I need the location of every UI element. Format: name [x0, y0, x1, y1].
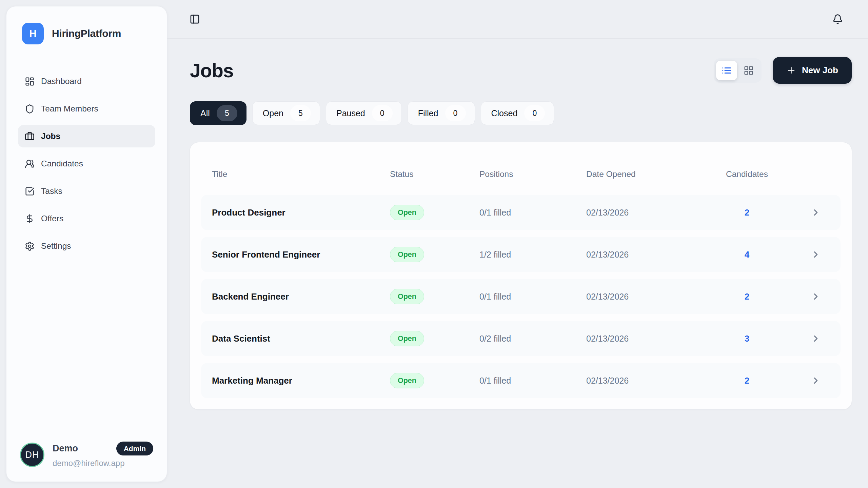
sidebar-item-label: Settings — [41, 241, 71, 251]
logo-letter: H — [29, 28, 37, 39]
column-positions: Positions — [479, 169, 586, 179]
filter-all[interactable]: All 5 — [190, 101, 246, 125]
notifications-button[interactable] — [832, 14, 843, 24]
column-status: Status — [390, 169, 479, 179]
briefcase-icon — [25, 131, 35, 141]
job-title: Data Scientist — [201, 333, 390, 344]
sidebar-item-candidates[interactable]: Candidates — [18, 152, 155, 175]
list-view-button[interactable] — [716, 61, 737, 80]
user-card: DH Demo Admin demo@hireflow.app — [18, 442, 155, 468]
avatar-initials: DH — [25, 450, 39, 460]
table-row-senior-frontend-engineer[interactable]: Senior Frontend Engineer Open 1/2 filled… — [201, 237, 841, 272]
filter-label: Filled — [418, 108, 438, 118]
layout-dashboard-icon — [25, 77, 35, 86]
candidates-count-link[interactable]: 2 — [722, 291, 772, 302]
role-badge: Admin — [116, 442, 153, 455]
job-title: Marketing Manager — [201, 375, 390, 386]
status-badge: Open — [390, 247, 424, 262]
sidebar-item-dashboard[interactable]: Dashboard — [18, 70, 155, 93]
chevron-right-icon[interactable] — [811, 333, 821, 344]
filter-label: Paused — [336, 108, 365, 118]
job-positions: 0/1 filled — [479, 292, 586, 302]
job-date-opened: 02/13/2026 — [586, 334, 722, 344]
status-badge: Open — [390, 289, 424, 304]
user-email: demo@hireflow.app — [53, 459, 153, 468]
page-title: Jobs — [190, 59, 233, 82]
dollar-sign-icon — [25, 214, 35, 224]
brand: H HiringPlatform — [18, 18, 155, 44]
sidebar-item-label: Jobs — [41, 131, 60, 141]
filter-label: All — [200, 108, 210, 118]
sidebar-item-team-members[interactable]: Team Members — [18, 98, 155, 120]
sidebar: H HiringPlatform Dashboard Team Members … — [6, 6, 167, 482]
sidebar-item-jobs[interactable]: Jobs — [18, 125, 155, 147]
table-row-marketing-manager[interactable]: Marketing Manager Open 0/1 filled 02/13/… — [201, 363, 841, 398]
column-date-opened: Date Opened — [586, 169, 722, 179]
candidates-count-link[interactable]: 4 — [722, 249, 772, 260]
filter-label: Closed — [491, 108, 518, 118]
job-positions: 1/2 filled — [479, 250, 586, 260]
job-title: Backend Engineer — [201, 291, 390, 302]
list-view-icon — [722, 65, 732, 76]
header-actions: New Job — [714, 57, 852, 84]
status-badge: Open — [390, 331, 424, 346]
status-badge: Open — [390, 205, 424, 220]
table-row-data-scientist[interactable]: Data Scientist Open 0/2 filled 02/13/202… — [201, 321, 841, 356]
new-job-label: New Job — [802, 65, 838, 76]
candidates-count-link[interactable]: 3 — [722, 333, 772, 344]
sidebar-item-label: Dashboard — [41, 77, 82, 86]
filter-count: 0 — [445, 105, 466, 121]
filter-count: 5 — [217, 105, 237, 121]
chevron-right-icon[interactable] — [811, 249, 821, 260]
chevron-right-icon[interactable] — [811, 207, 821, 218]
filter-count: 0 — [372, 105, 393, 121]
gear-icon — [25, 241, 35, 251]
filter-paused[interactable]: Paused 0 — [326, 101, 402, 125]
filter-count: 5 — [290, 105, 311, 121]
job-positions: 0/2 filled — [479, 334, 586, 344]
sidebar-item-label: Tasks — [41, 186, 62, 196]
sidebar-item-offers[interactable]: Offers — [18, 207, 155, 230]
job-title: Senior Frontend Engineer — [201, 249, 390, 260]
user-name: Demo — [53, 443, 78, 454]
job-date-opened: 02/13/2026 — [586, 376, 722, 386]
panel-left-icon — [190, 14, 200, 24]
square-check-icon — [25, 186, 35, 196]
shield-icon — [25, 104, 35, 114]
job-title: Product Designer — [201, 207, 390, 218]
table-row-product-designer[interactable]: Product Designer Open 0/1 filled 02/13/2… — [201, 195, 841, 230]
jobs-table: Title Status Positions Date Opened Candi… — [190, 142, 852, 409]
app-logo: H — [22, 23, 44, 44]
status-filters: All 5 Open 5 Paused 0 Filled 0 Closed — [190, 101, 852, 125]
app-title: HiringPlatform — [52, 28, 121, 39]
filter-count: 0 — [524, 105, 545, 121]
sidebar-toggle-button[interactable] — [190, 14, 200, 24]
sidebar-item-settings[interactable]: Settings — [18, 235, 155, 257]
job-positions: 0/1 filled — [479, 208, 586, 218]
table-header: Title Status Positions Date Opened Candi… — [201, 154, 841, 195]
job-positions: 0/1 filled — [479, 376, 586, 386]
table-row-backend-engineer[interactable]: Backend Engineer Open 0/1 filled 02/13/2… — [201, 279, 841, 314]
sidebar-item-label: Candidates — [41, 159, 83, 168]
avatar: DH — [20, 443, 44, 467]
chevron-right-icon[interactable] — [811, 291, 821, 302]
new-job-button[interactable]: New Job — [773, 57, 852, 84]
chevron-right-icon[interactable] — [811, 375, 821, 386]
sidebar-item-label: Team Members — [41, 104, 98, 114]
filter-label: Open — [263, 108, 283, 118]
grid-view-button[interactable] — [738, 61, 759, 80]
filter-filled[interactable]: Filled 0 — [408, 101, 475, 125]
sidebar-nav: Dashboard Team Members Jobs Candidates T… — [18, 70, 155, 257]
view-toggle — [714, 58, 762, 83]
candidates-count-link[interactable]: 2 — [722, 375, 772, 386]
column-title: Title — [201, 169, 390, 179]
sidebar-item-tasks[interactable]: Tasks — [18, 180, 155, 202]
column-candidates: Candidates — [722, 169, 772, 179]
candidates-count-link[interactable]: 2 — [722, 207, 772, 218]
filter-closed[interactable]: Closed 0 — [481, 101, 554, 125]
grid-view-icon — [744, 65, 754, 76]
plus-icon — [786, 65, 796, 75]
filter-open[interactable]: Open 5 — [252, 101, 320, 125]
topbar — [167, 0, 868, 39]
job-date-opened: 02/13/2026 — [586, 208, 722, 218]
